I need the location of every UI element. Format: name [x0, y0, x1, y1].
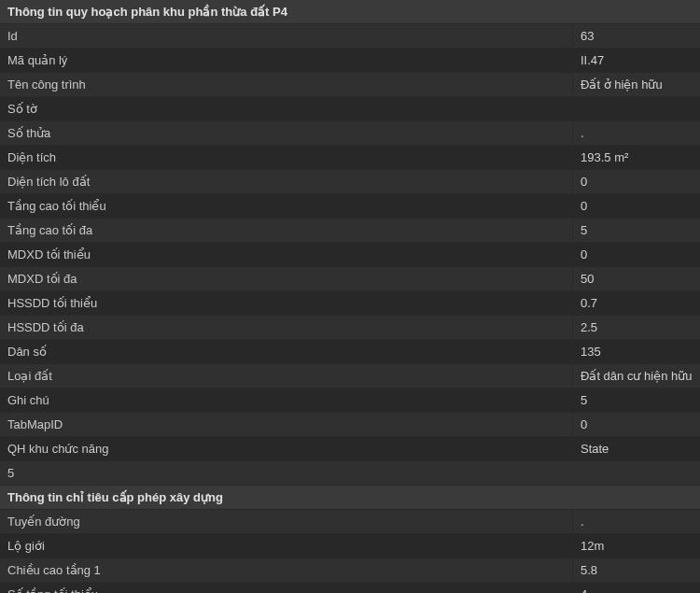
- row-label: Ghi chú: [0, 388, 573, 412]
- row-value: 0.7: [573, 291, 700, 315]
- row-value: 0: [573, 194, 700, 218]
- table-row: HSSDD tối thiểu0.7: [0, 291, 700, 316]
- row-value: 5: [573, 388, 700, 412]
- row-label: Dân số: [0, 340, 573, 363]
- row-label: Lộ giới: [0, 534, 573, 558]
- row-value: State: [573, 437, 700, 460]
- row-value: 135: [573, 340, 700, 363]
- row-value: 5: [573, 219, 700, 242]
- table-row: Tuyến đường.: [0, 510, 700, 534]
- table-row: MDXD tối đa50: [0, 267, 700, 291]
- section2-header: Thông tin chỉ tiêu cấp phép xây dựng: [0, 486, 700, 510]
- row-value: .: [573, 510, 700, 533]
- row-value: II.47: [573, 49, 700, 72]
- row-value: 63: [573, 24, 700, 48]
- row-label: Số thửa: [0, 121, 573, 145]
- table-row: HSSDD tối đa2.5: [0, 316, 700, 340]
- row-label: Tầng cao tối đa: [0, 219, 573, 242]
- row-value: Đất dân cư hiện hữu: [573, 364, 700, 388]
- row-label: MDXD tối đa: [0, 267, 573, 290]
- table-row: Mã quản lýII.47: [0, 49, 700, 73]
- row-value: [573, 97, 700, 120]
- row-label: TabMapID: [0, 413, 573, 436]
- row-label: MDXD tối thiểu: [0, 243, 573, 266]
- row-label: Id: [0, 24, 573, 48]
- row-value: 12m: [573, 534, 700, 558]
- table-row: QH khu chức năngState: [0, 437, 700, 461]
- row-label: HSSDD tối thiểu: [0, 291, 573, 315]
- row-label: Tên công trình: [0, 73, 573, 96]
- table-row: Số thửa.: [0, 121, 700, 146]
- table-row: Diện tích lô đất0: [0, 170, 700, 194]
- table-row: Dân số135: [0, 340, 700, 364]
- section1-header: Thông tin quy hoạch phân khu phần thừa đ…: [0, 0, 700, 24]
- section1-footer: 5: [0, 461, 700, 486]
- row-value: 2.5: [573, 316, 700, 339]
- row-value: Đất ở hiện hữu: [573, 73, 700, 96]
- table-row: Loại đấtĐất dân cư hiện hữu: [0, 364, 700, 388]
- row-label: Loại đất: [0, 364, 573, 388]
- section1-body: Id63Mã quản lýII.47Tên công trìnhĐất ở h…: [0, 24, 700, 461]
- table-row: Ghi chú5: [0, 388, 700, 413]
- table-row: Số tầng tối thiểu4: [0, 583, 700, 593]
- table-row: Id63: [0, 24, 700, 49]
- row-value: 0: [573, 413, 700, 436]
- section2-body: Tuyến đường.Lộ giới12mChiều cao tầng 15.…: [0, 510, 700, 593]
- table-row: Tầng cao tối thiểu0: [0, 194, 700, 219]
- row-value: 4: [573, 583, 700, 593]
- row-value: 0: [573, 170, 700, 193]
- row-label: Diện tích: [0, 146, 573, 169]
- row-label: Số tầng tối thiểu: [0, 583, 573, 593]
- row-label: Chiều cao tầng 1: [0, 558, 573, 582]
- table-row: MDXD tối thiểu0: [0, 243, 700, 267]
- row-label: Mã quản lý: [0, 49, 573, 72]
- row-value: 193.5 m²: [573, 146, 700, 169]
- table-row: Số tờ: [0, 97, 700, 121]
- row-value: 5.8: [573, 558, 700, 582]
- row-value: 0: [573, 243, 700, 266]
- info-table: Thông tin quy hoạch phân khu phần thừa đ…: [0, 0, 700, 593]
- table-row: Lộ giới12m: [0, 534, 700, 558]
- table-row: TabMapID0: [0, 413, 700, 437]
- table-row: Diện tích193.5 m²: [0, 146, 700, 170]
- row-label: Tầng cao tối thiểu: [0, 194, 573, 218]
- table-row: Tên công trìnhĐất ở hiện hữu: [0, 73, 700, 97]
- row-label: HSSDD tối đa: [0, 316, 573, 339]
- row-label: QH khu chức năng: [0, 437, 573, 460]
- table-row: Tầng cao tối đa5: [0, 219, 700, 243]
- row-value: .: [573, 121, 700, 145]
- row-label: Số tờ: [0, 97, 573, 120]
- row-label: Tuyến đường: [0, 510, 573, 533]
- row-label: Diện tích lô đất: [0, 170, 573, 193]
- table-row: Chiều cao tầng 15.8: [0, 558, 700, 583]
- row-value: 50: [573, 267, 700, 290]
